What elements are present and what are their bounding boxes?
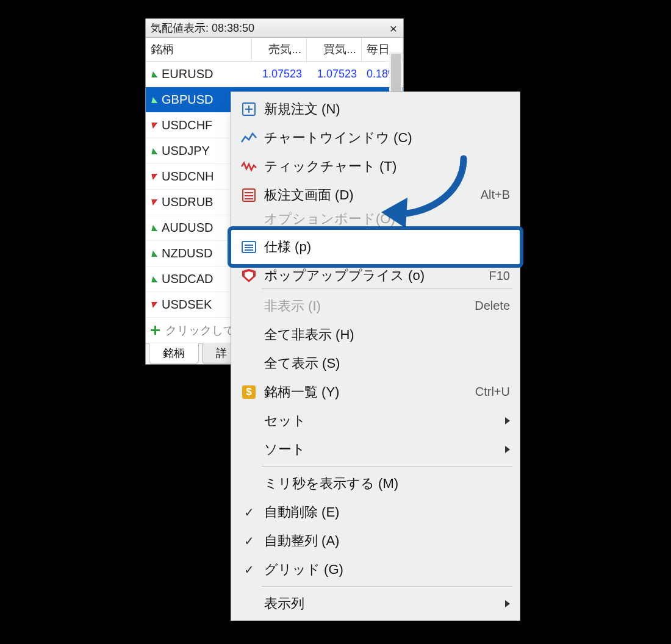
menu-hide: 非表示 (I) Delete xyxy=(232,292,518,320)
check-icon: ✓ xyxy=(240,562,258,577)
menu-grid[interactable]: ✓ グリッド (G) xyxy=(232,555,518,584)
tick-chart-icon xyxy=(240,160,258,173)
menu-depth-of-market[interactable]: 板注文画面 (D) Alt+B xyxy=(232,181,518,209)
menu-set[interactable]: セット xyxy=(232,406,518,435)
menu-show-millis[interactable]: ミリ秒を表示する (M) xyxy=(232,469,518,498)
check-icon: ✓ xyxy=(240,505,258,520)
sym: NZDUSD xyxy=(162,246,212,260)
tab-symbols[interactable]: 銘柄 xyxy=(149,343,199,364)
plus-icon xyxy=(151,326,160,335)
arrow-down-icon xyxy=(150,123,158,129)
menu-popup-prices[interactable]: ポップアッププライス (o) F10 xyxy=(232,265,518,286)
menu-sort[interactable]: ソート xyxy=(232,435,518,463)
close-icon[interactable]: × xyxy=(387,22,400,35)
dom-icon xyxy=(240,188,258,202)
titlebar: 気配値表示: 08:38:50 × xyxy=(146,19,403,38)
menu-auto-arrange[interactable]: ✓ 自動整列 (A) xyxy=(232,526,518,555)
arrow-up-icon xyxy=(150,148,158,154)
chevron-right-icon xyxy=(505,600,510,607)
ask: 1.07523 xyxy=(307,68,362,80)
menu-columns[interactable]: 表示列 xyxy=(232,589,518,618)
sym: EURUSD xyxy=(162,67,213,81)
dollar-icon: $ xyxy=(240,385,258,399)
menu-new-order[interactable]: 新規注文 (N) xyxy=(232,95,518,123)
spec-icon xyxy=(240,241,258,253)
sym: USDCHF xyxy=(162,118,212,132)
sym: AUDUSD xyxy=(162,221,213,235)
sym: USDCAD xyxy=(162,272,213,286)
plus-box-icon xyxy=(240,102,258,116)
sym: USDSEK xyxy=(162,298,212,312)
arrow-up-icon xyxy=(150,71,158,77)
add-label: クリックして xyxy=(165,323,235,338)
menu-auto-delete[interactable]: ✓ 自動削除 (E) xyxy=(232,498,518,526)
chart-icon xyxy=(240,132,258,143)
arrow-up-icon xyxy=(150,225,158,231)
col-bid[interactable]: 売気... xyxy=(252,38,307,61)
arrow-up-icon xyxy=(150,251,158,257)
menu-chart-window[interactable]: チャートウインドウ (C) xyxy=(232,123,518,152)
sym: USDRUB xyxy=(162,195,213,209)
arrow-down-icon xyxy=(150,174,158,180)
arrow-up-icon xyxy=(150,97,158,103)
scrollbar-thumb[interactable] xyxy=(391,54,401,96)
check-icon: ✓ xyxy=(240,534,258,548)
arrow-down-icon xyxy=(150,199,158,206)
menu-hide-all[interactable]: 全て非表示 (H) xyxy=(232,320,518,349)
bid: 1.07523 xyxy=(252,68,307,80)
title-text: 気配値表示: 08:38:50 xyxy=(151,21,254,35)
sym: GBPUSD xyxy=(162,93,213,107)
chevron-right-icon xyxy=(505,446,510,453)
sym: USDJPY xyxy=(162,144,210,158)
separator xyxy=(262,586,512,587)
shield-icon xyxy=(240,269,258,282)
col-symbol[interactable]: 銘柄 xyxy=(146,38,252,61)
separator xyxy=(262,288,512,289)
menu-specification[interactable]: 仕様 (p) xyxy=(232,229,518,265)
chevron-right-icon xyxy=(505,417,510,424)
column-headers: 銘柄 売気... 買気... 毎日... xyxy=(146,38,403,62)
menu-show-all[interactable]: 全て表示 (S) xyxy=(232,349,518,377)
menu-symbols[interactable]: $ 銘柄一覧 (Y) Ctrl+U xyxy=(232,377,518,406)
sym: USDCNH xyxy=(162,170,214,184)
separator xyxy=(262,466,512,467)
context-menu: 新規注文 (N) チャートウインドウ (C) ティックチャート (T) 板注文画… xyxy=(231,91,520,621)
menu-tick-chart[interactable]: ティックチャート (T) xyxy=(232,152,518,181)
arrow-down-icon xyxy=(150,302,158,308)
col-ask[interactable]: 買気... xyxy=(307,38,362,61)
symbol-row[interactable]: EURUSD 1.07523 1.07523 0.18% xyxy=(146,62,403,87)
arrow-up-icon xyxy=(150,276,158,282)
